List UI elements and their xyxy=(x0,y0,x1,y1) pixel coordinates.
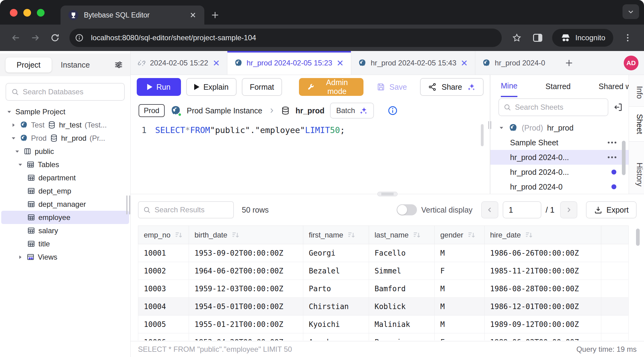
explain-button[interactable]: Explain xyxy=(186,78,237,96)
side-panel-button[interactable] xyxy=(528,29,547,47)
share-button[interactable]: Share xyxy=(420,78,484,96)
tab-instance[interactable]: Instance xyxy=(61,61,90,69)
editor-tab-2-active[interactable]: hr_prod 2024-02-05 15:23 xyxy=(227,51,351,75)
table-row: 100041954-05-01T00:00:00ZChirstianKoblic… xyxy=(138,298,629,316)
column-header-emp-no[interactable]: emp_no xyxy=(138,226,189,244)
column-header-hire-date[interactable]: hire_date xyxy=(485,226,601,244)
sidebar-resize-handle[interactable] xyxy=(126,195,130,214)
results-resize-handle[interactable] xyxy=(377,192,398,196)
column-header-first-name[interactable]: first_name xyxy=(303,226,369,244)
tree-item-views[interactable]: Views xyxy=(1,250,129,264)
tab-starred[interactable]: Starred xyxy=(545,76,571,96)
browser-tab[interactable]: Bytebase SQL Editor xyxy=(61,6,204,25)
tab-project[interactable]: Project xyxy=(6,57,52,73)
tab-mine[interactable]: Mine xyxy=(501,76,517,97)
format-button[interactable]: Format xyxy=(242,78,282,96)
editor-tab-bar: 2024-02-05 15:22 hr_prod 2024-02-05 15:2… xyxy=(131,51,644,75)
next-page-button[interactable] xyxy=(560,201,577,218)
tab-history[interactable]: History xyxy=(629,155,644,194)
tree-item-table-department[interactable]: department xyxy=(1,171,129,184)
tab-shared-with-me[interactable]: Shared w xyxy=(599,76,629,96)
tree-item-hr-test[interactable]: Test hr_test (Test... xyxy=(1,118,129,131)
sheet-item-unsaved-1[interactable]: hr_prod 2024-0... xyxy=(490,165,629,179)
forward-button[interactable] xyxy=(26,29,44,47)
tree-item-table-dept-emp[interactable]: dept_emp xyxy=(1,184,129,198)
sheets-scrollbar-thumb[interactable] xyxy=(622,141,626,175)
back-button[interactable] xyxy=(7,29,25,47)
sheet-item-sample-sheet[interactable]: Sample Sheet xyxy=(490,135,629,150)
sheets-search-input[interactable] xyxy=(515,103,603,112)
sheet-item-unsaved-2[interactable]: hr_prod 2024-0 xyxy=(490,179,629,194)
sheet-item-selected[interactable]: hr_prod 2024-0... xyxy=(490,150,629,165)
save-button[interactable]: Save xyxy=(369,78,415,96)
editor-tab-4[interactable]: hr_prod 2024-0 xyxy=(475,51,559,75)
play-icon xyxy=(194,84,199,90)
database-name[interactable]: hr_prod xyxy=(296,106,324,115)
tree-item-schema-public[interactable]: public xyxy=(1,145,129,158)
bookmark-button[interactable] xyxy=(507,29,526,47)
sheet-menu-icon[interactable] xyxy=(608,142,616,143)
sort-icon[interactable] xyxy=(347,231,355,239)
window-close-button[interactable] xyxy=(10,9,18,17)
sort-icon[interactable] xyxy=(231,231,240,239)
tree-item-table-dept-manager[interactable]: dept_manager xyxy=(1,198,129,211)
editor-tab-1[interactable]: 2024-02-05 15:22 xyxy=(131,51,227,75)
column-header-last-name[interactable]: last_name xyxy=(369,226,435,244)
admin-mode-button[interactable]: Admin mode xyxy=(299,78,363,96)
filter-button[interactable] xyxy=(112,59,125,71)
tab-search-button[interactable] xyxy=(622,4,639,19)
info-icon[interactable] xyxy=(387,105,398,116)
tab-sheet[interactable]: Sheet xyxy=(629,106,644,142)
export-button[interactable]: Export xyxy=(586,201,637,218)
sort-icon[interactable] xyxy=(467,231,476,239)
editor-scrollbar-thumb[interactable] xyxy=(481,124,484,146)
sort-icon[interactable] xyxy=(524,231,533,239)
new-tab-button[interactable] xyxy=(204,6,226,25)
bytebase-favicon xyxy=(68,10,79,21)
new-sheet-tab-button[interactable] xyxy=(559,51,579,75)
results-search[interactable] xyxy=(138,201,234,218)
sql-editor[interactable]: 1SELECT * FROM "public"."employee" LIMIT… xyxy=(131,122,490,194)
tab-info[interactable]: Info xyxy=(629,79,644,106)
column-header-birth-date[interactable]: birth_date xyxy=(189,226,303,244)
close-icon[interactable] xyxy=(212,59,220,67)
window-minimize-button[interactable] xyxy=(23,9,31,17)
database-search-input[interactable] xyxy=(23,88,119,96)
close-icon[interactable] xyxy=(336,59,344,67)
browser-menu-button[interactable] xyxy=(618,29,637,47)
window-zoom-button[interactable] xyxy=(37,9,45,17)
tree-item-table-salary[interactable]: salary xyxy=(1,224,129,237)
results-search-input[interactable] xyxy=(155,206,229,214)
chevron-down-icon xyxy=(627,8,635,16)
tree-item-hr-prod[interactable]: Prod hr_prod (Pr... xyxy=(1,131,129,145)
sort-icon[interactable] xyxy=(174,231,183,239)
browser-tab-close-icon[interactable] xyxy=(189,11,197,19)
batch-button[interactable]: Batch xyxy=(330,103,374,119)
column-header-gender[interactable]: gender xyxy=(435,226,485,244)
sheet-menu-icon[interactable] xyxy=(608,156,616,158)
sheets-search[interactable] xyxy=(498,98,608,116)
address-bar[interactable]: localhost:8080/sql-editor/sheet/project-… xyxy=(69,29,502,47)
sort-icon[interactable] xyxy=(412,231,421,239)
database-search[interactable] xyxy=(6,83,125,101)
tree-item-table-title[interactable]: title xyxy=(1,237,129,250)
page-number-input[interactable] xyxy=(503,201,541,218)
editor-tab-3[interactable]: hr_prod 2024-02-05 15:43 xyxy=(351,51,475,75)
instance-name[interactable]: Prod Sample Instance xyxy=(187,106,262,115)
site-info-button[interactable] xyxy=(73,31,86,45)
vertical-display-toggle[interactable] xyxy=(397,204,417,215)
tree-item-table-employee[interactable]: employee xyxy=(1,211,129,224)
page-total: / 1 xyxy=(546,205,555,215)
sheet-group-hr-prod[interactable]: (Prod) hr_prod xyxy=(490,120,629,135)
tree-item-project[interactable]: Sample Project xyxy=(1,105,129,118)
user-avatar[interactable]: AD xyxy=(624,56,638,70)
prev-page-button[interactable] xyxy=(481,201,498,218)
table-scrollbar-thumb[interactable] xyxy=(636,229,640,246)
tree-item-tables[interactable]: Tables xyxy=(1,158,129,171)
close-icon[interactable] xyxy=(460,59,468,67)
table-row: 100031959-12-03T00:00:00ZPartoBamfordM19… xyxy=(138,280,629,298)
collapse-panel-icon[interactable] xyxy=(613,102,623,112)
run-button[interactable]: Run xyxy=(137,78,181,96)
reload-button[interactable] xyxy=(46,29,64,47)
browser-tab-title: Bytebase SQL Editor xyxy=(84,11,184,19)
